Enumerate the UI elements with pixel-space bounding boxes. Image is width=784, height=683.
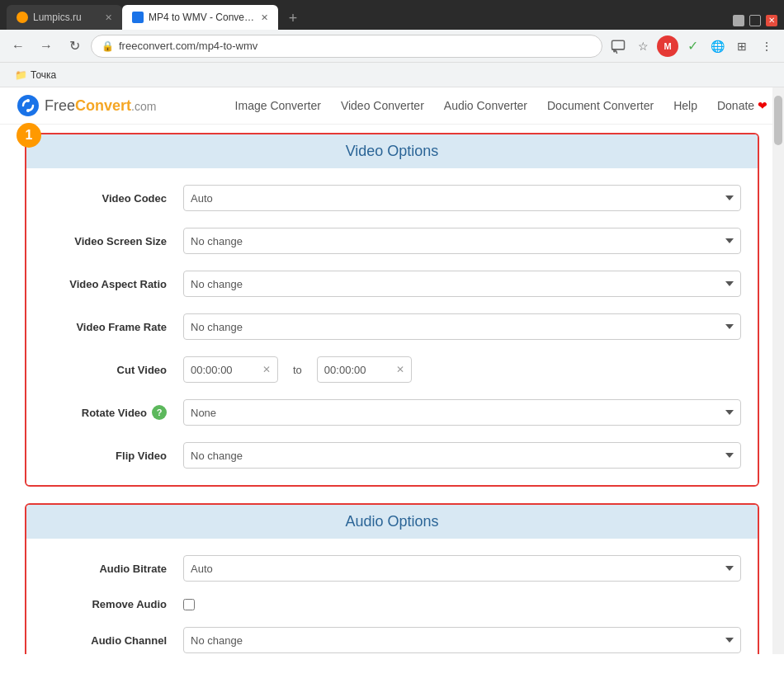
audio-channel-row: Audio Channel No change Mono Stereo [26,619,758,654]
cut-to-label: to [286,364,309,376]
donate-label: Donate [717,99,754,112]
tab-freeconvert[interactable]: MP4 to WMV - Convert MP4 to W... ✕ [122,5,278,30]
nav-audio-converter[interactable]: Audio Converter [444,99,527,112]
video-screen-size-row: Video Screen Size No change 640x480 1280… [26,219,758,262]
flip-video-row: Flip Video No change Horizontal Vertical [26,434,758,477]
audio-options-header: Audio Options [26,505,758,539]
audio-bitrate-select[interactable]: Auto 64k 128k 192k 256k 320k [183,555,741,582]
sync-icon[interactable]: ✓ [682,35,703,57]
flip-video-select[interactable]: No change Horizontal Vertical [183,442,741,469]
remove-audio-checkbox-container [183,599,195,610]
video-codec-select[interactable]: Auto H.264 H.265 [183,185,741,211]
cut-from-value: 00:00:00 [191,364,233,376]
page-content: FreeConvert.com Image Converter Video Co… [0,87,784,654]
bookmark-folder-icon: 📁 [15,69,27,81]
menu-icon[interactable]: ⋮ [756,35,777,57]
minimize-button[interactable] [733,15,744,26]
back-button[interactable]: ← [7,35,30,58]
nav-document-converter[interactable]: Document Converter [547,99,654,112]
video-options-panel: Video Options Video Codec Auto H.264 H.2… [25,133,759,487]
audio-bitrate-row: Audio Bitrate Auto 64k 128k 192k 256k 32… [26,547,758,590]
browser-controls: ← → ↻ 🔒 freeconvert.com/mp4-to-wmv ☆ M ✓… [0,30,784,63]
video-options-header: Video Options [26,134,758,168]
logo-free: Free [45,97,75,114]
tab-close-freeconvert[interactable]: ✕ [261,12,268,23]
step-badge-1: 1 [17,123,41,148]
cut-to-clear[interactable]: ✕ [396,364,404,375]
video-aspect-ratio-label: Video Aspect Ratio [43,278,175,290]
forward-button[interactable]: → [35,35,58,58]
audio-bitrate-label: Audio Bitrate [43,563,175,575]
rotate-video-row: Rotate Video ? None 90° 180° 270° [26,391,758,434]
video-screen-size-select[interactable]: No change 640x480 1280x720 [183,228,741,254]
tab-close-lumpics[interactable]: ✕ [105,12,112,23]
tab-label-freeconvert: MP4 to WMV - Convert MP4 to W... [149,12,256,23]
address-bar[interactable]: 🔒 freeconvert.com/mp4-to-wmv [91,35,602,58]
browser-actions: ☆ M ✓ 🌐 ⊞ ⋮ [607,35,777,57]
nav-donate[interactable]: Donate ❤ [717,99,767,112]
tab-bar: Lumpics.ru ✕ MP4 to WMV - Convert MP4 to… [0,0,784,30]
audio-channel-select[interactable]: No change Mono Stereo [183,627,741,653]
bookmark-label: Точка [31,69,56,81]
close-button[interactable]: ✕ [766,15,777,26]
scrollbar-track[interactable] [772,87,784,654]
cut-video-to-input[interactable]: 00:00:00 ✕ [317,356,412,383]
profile-icon-1[interactable]: M [657,35,678,57]
audio-options-wrapper: Audio Options Audio Bitrate Auto 64k 128… [25,503,759,654]
tab-favicon-lumpics [17,12,28,23]
video-frame-rate-select[interactable]: No change 24 30 60 [183,313,741,340]
cut-video-row: Cut Video 00:00:00 ✕ to 00:00:00 ✕ [26,348,758,391]
site-logo[interactable]: FreeConvert.com [17,94,156,117]
maximize-button[interactable] [749,15,761,26]
rotate-video-select[interactable]: None 90° 180° 270° [183,399,741,426]
globe-icon[interactable]: 🌐 [706,35,728,57]
logo-icon [17,94,40,117]
audio-channel-label: Audio Channel [43,634,175,647]
bookmarks-bar: 📁 Точка [0,63,784,87]
cut-video-label: Cut Video [43,364,175,376]
svg-point-2 [17,95,39,116]
nav-video-converter[interactable]: Video Converter [341,99,424,112]
bookmark-star-icon[interactable]: ☆ [632,35,654,57]
video-aspect-ratio-row: Video Aspect Ratio No change 4:3 16:9 [26,262,758,305]
remove-audio-row: Remove Audio [26,590,758,619]
audio-options-title: Audio Options [345,513,438,530]
logo-com: .com [131,100,156,113]
remove-audio-checkbox[interactable] [183,599,195,610]
lock-icon: 🔒 [102,40,114,52]
flip-video-label: Flip Video [43,450,175,462]
rotate-video-label: Rotate Video ? [43,405,175,420]
logo-text: FreeConvert.com [45,97,156,115]
site-header: FreeConvert.com Image Converter Video Co… [0,87,784,125]
tab-lumpics[interactable]: Lumpics.ru ✕ [7,5,122,30]
refresh-button[interactable]: ↻ [63,35,86,58]
remove-audio-label: Remove Audio [43,598,175,610]
cut-video-from-input[interactable]: 00:00:00 ✕ [183,356,278,383]
audio-options-body: Audio Bitrate Auto 64k 128k 192k 256k 32… [26,539,758,654]
heart-icon: ❤ [758,99,767,112]
nav-menu: Image Converter Video Converter Audio Co… [235,99,767,112]
address-text: freeconvert.com/mp4-to-wmv [119,40,257,52]
video-codec-label: Video Codec [43,192,175,205]
video-frame-rate-label: Video Frame Rate [43,321,175,333]
nav-image-converter[interactable]: Image Converter [235,99,321,112]
video-codec-row: Video Codec Auto H.264 H.265 [26,177,758,219]
video-options-wrapper: 1 Video Options Video Codec Auto H.264 H… [25,133,759,487]
video-aspect-ratio-select[interactable]: No change 4:3 16:9 [183,271,741,297]
apps-icon[interactable]: ⊞ [731,35,753,57]
cut-to-value: 00:00:00 [324,364,366,376]
cut-from-clear[interactable]: ✕ [262,364,271,375]
svg-point-4 [26,109,30,112]
rotate-help-icon[interactable]: ? [152,405,167,420]
video-frame-rate-row: Video Frame Rate No change 24 30 60 [26,305,758,348]
video-screen-size-label: Video Screen Size [43,235,175,247]
nav-help[interactable]: Help [673,99,697,112]
tab-label-lumpics: Lumpics.ru [33,12,82,23]
logo-convert: Convert [75,97,131,114]
scrollbar-thumb[interactable] [774,96,782,145]
svg-point-3 [26,99,30,102]
cast-icon[interactable] [607,35,629,57]
new-tab-button[interactable]: + [281,7,305,30]
bookmark-tochka[interactable]: 📁 Точка [8,68,63,82]
main-content: 1 Video Options Video Codec Auto H.264 H… [0,125,784,654]
